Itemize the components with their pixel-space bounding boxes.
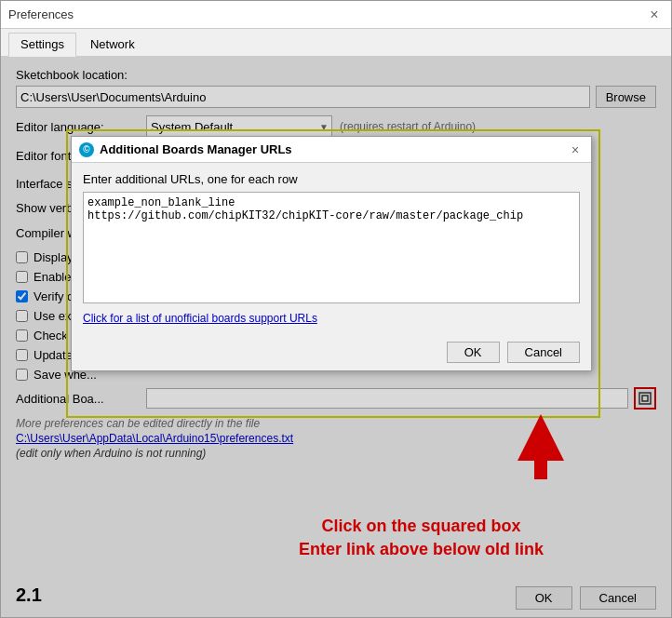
unofficial-boards-link[interactable]: Click for a list of unofficial boards su… — [83, 312, 580, 325]
annotation-arrow-container — [517, 414, 564, 479]
modal-footer: OK Cancel — [72, 334, 591, 370]
modal-textarea[interactable]: example_non_blank_line https://github.co… — [83, 192, 580, 303]
annotation-text: Click on the squared box Enter link abov… — [299, 515, 544, 561]
window-title: Preferences — [8, 7, 74, 21]
settings-content: Sketchbook location: Browse Editor langu… — [1, 57, 671, 617]
annotation-line2: Enter link above below old link — [299, 538, 544, 561]
arrow-shape — [517, 414, 564, 479]
modal-body: Enter additional URLs, one for each row … — [72, 163, 591, 334]
arrow-stem — [534, 461, 547, 479]
modal-close-button[interactable]: × — [567, 141, 584, 158]
tab-settings[interactable]: Settings — [8, 33, 76, 57]
modal-title: Additional Boards Manager URLs — [100, 142, 292, 156]
close-button[interactable]: × — [645, 6, 664, 24]
tabs-container: Settings Network — [1, 29, 671, 57]
title-bar: Preferences × — [1, 1, 671, 29]
tab-network[interactable]: Network — [78, 33, 147, 56]
annotation-line1: Click on the squared box — [299, 515, 544, 538]
modal-ok-button[interactable]: OK — [447, 342, 500, 363]
modal-cancel-button[interactable]: Cancel — [507, 342, 580, 363]
preferences-window: Preferences × Settings Network Sketchboo… — [0, 0, 672, 618]
modal-title-content: © Additional Boards Manager URLs — [79, 142, 292, 157]
modal-title-bar: © Additional Boards Manager URLs × — [72, 137, 591, 163]
additional-boards-modal: © Additional Boards Manager URLs × Enter… — [71, 136, 592, 371]
arrow-head — [517, 414, 564, 461]
modal-description: Enter additional URLs, one for each row — [83, 172, 580, 186]
modal-icon: © — [79, 142, 94, 157]
